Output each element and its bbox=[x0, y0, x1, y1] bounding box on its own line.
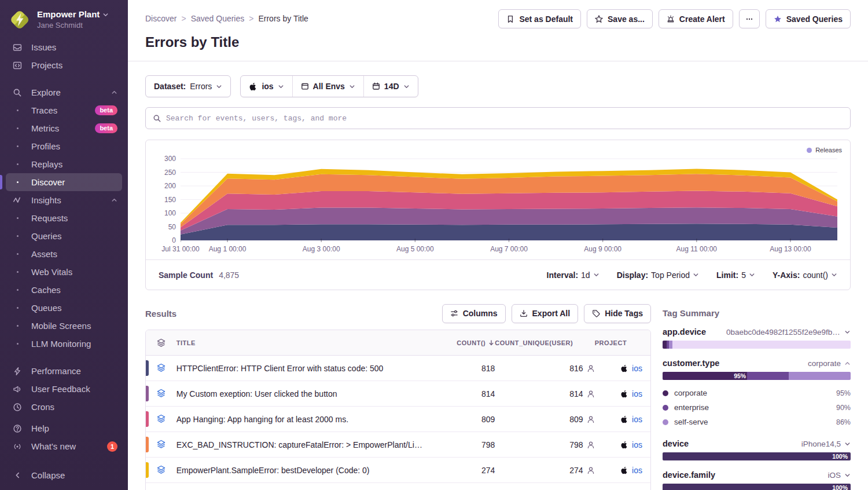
error-title[interactable]: My Custom exeption: User clicked the but… bbox=[176, 389, 425, 398]
apple-icon bbox=[620, 390, 628, 398]
chart-footer: Sample Count 4,875 Interval: 1d Display:… bbox=[146, 259, 850, 290]
sidebar-item-assets[interactable]: Assets bbox=[6, 245, 122, 263]
header-actions: Set as Default Save as... Create Alert S… bbox=[498, 9, 851, 28]
tag-expand-toggle[interactable]: iOS bbox=[827, 471, 851, 480]
project-link[interactable]: ios bbox=[632, 440, 642, 449]
tag-distribution-bar[interactable] bbox=[663, 341, 851, 349]
tag-distribution-bar[interactable]: 95% bbox=[663, 372, 851, 380]
column-header-count[interactable]: COUNT() bbox=[429, 330, 495, 356]
bullet-icon bbox=[10, 109, 24, 111]
environment-filter[interactable]: All Envs bbox=[292, 76, 363, 97]
clock-icon bbox=[10, 403, 24, 412]
table-row[interactable]: My Custom exeption: User clicked the but… bbox=[146, 381, 650, 407]
chevron-down-icon bbox=[349, 83, 355, 90]
table-row[interactable]: HTTPClientError: HTTP Client Error with … bbox=[146, 356, 650, 381]
sidebar-item-queues[interactable]: Queues bbox=[6, 299, 122, 317]
page-filter-bar: ios All Envs 14D bbox=[240, 75, 418, 97]
y-axis-dropdown[interactable]: Y-Axis: count() bbox=[773, 270, 837, 280]
bullet-icon bbox=[10, 289, 24, 291]
set-as-default-button[interactable]: Set as Default bbox=[498, 9, 581, 28]
legend-dot bbox=[663, 405, 668, 411]
tag-expand-toggle[interactable]: 0baebc0de4982f1255f2e9e9fb7… bbox=[726, 328, 851, 337]
chevron-down-icon bbox=[102, 12, 109, 18]
sidebar-item-crons[interactable]: Crons bbox=[6, 398, 122, 416]
table-row[interactable]: EmpowerPlant.SampleError: bestDeveloper … bbox=[146, 458, 650, 483]
sidebar-item-help[interactable]: Help bbox=[6, 419, 122, 437]
x-axis-labels: Jul 31 00:00Aug 1 00:00Aug 3 00:00Aug 5 … bbox=[181, 243, 837, 256]
export-all-button[interactable]: Export All bbox=[512, 304, 579, 323]
tag-distribution-bar[interactable]: 100% bbox=[663, 484, 851, 490]
search-input[interactable] bbox=[166, 114, 843, 123]
sidebar-item-llm-monitoring[interactable]: LLM Monitoring bbox=[6, 335, 122, 353]
sidebar-item-caches[interactable]: Caches bbox=[6, 281, 122, 299]
sidebar-item-performance[interactable]: Performance bbox=[6, 362, 122, 380]
stacked-area-chart[interactable]: 050100150200250300 bbox=[181, 155, 837, 242]
table-row[interactable]: EXC_BAD_INSTRUCTION: captureFatalError: … bbox=[146, 432, 650, 458]
releases-legend-label: Releases bbox=[815, 147, 842, 153]
save-as-button[interactable]: Save as... bbox=[587, 9, 653, 28]
unique-count-value: 814 bbox=[569, 389, 583, 398]
tag-expand-toggle[interactable]: iPhone14,5 bbox=[801, 440, 851, 448]
column-header-title[interactable]: TITLE bbox=[176, 330, 429, 356]
sidebar-item-insights[interactable]: Insights bbox=[6, 191, 122, 209]
sidebar-collapse-button[interactable]: Collapse bbox=[6, 466, 122, 484]
chevron-down-icon bbox=[593, 272, 599, 278]
columns-button[interactable]: Columns bbox=[442, 304, 506, 323]
sidebar-item-whats-new[interactable]: What's new 1 bbox=[6, 437, 122, 455]
series-color-chip bbox=[146, 462, 149, 478]
sidebar-item-projects[interactable]: Projects bbox=[6, 56, 122, 74]
dataset-dropdown[interactable]: Dataset: Errors bbox=[145, 75, 231, 97]
sidebar-item-traces[interactable]: Traces beta bbox=[6, 101, 122, 119]
project-link[interactable]: ios bbox=[632, 466, 642, 475]
interval-dropdown[interactable]: Interval: 1d bbox=[547, 270, 599, 280]
org-switcher[interactable]: Empower Plant Jane Schmidt bbox=[0, 0, 128, 38]
project-link[interactable]: ios bbox=[632, 389, 642, 398]
breadcrumb-saved-queries[interactable]: Saved Queries bbox=[191, 14, 245, 23]
breadcrumb-discover[interactable]: Discover bbox=[145, 14, 176, 23]
sidebar-item-requests[interactable]: Requests bbox=[6, 209, 122, 227]
tag-expand-toggle[interactable]: corporate bbox=[808, 359, 851, 368]
sidebar-item-metrics[interactable]: Metrics beta bbox=[6, 119, 122, 137]
chart-legend[interactable]: Releases bbox=[154, 145, 842, 155]
saved-queries-button[interactable]: Saved Queries bbox=[766, 9, 851, 28]
sidebar-item-discover[interactable]: Discover bbox=[6, 173, 122, 191]
beta-badge: beta bbox=[95, 123, 117, 133]
table-row[interactable]: App Hanging: App hanging for at least 20… bbox=[146, 407, 650, 432]
project-link[interactable]: ios bbox=[632, 364, 642, 373]
error-title[interactable]: App Hanging: App hanging for at least 20… bbox=[176, 415, 425, 424]
hide-tags-button[interactable]: Hide Tags bbox=[584, 304, 651, 323]
limit-dropdown[interactable]: Limit: 5 bbox=[716, 270, 755, 280]
project-filter[interactable]: ios bbox=[241, 76, 292, 97]
legend-dot bbox=[663, 419, 668, 425]
sidebar-item-web-vitals[interactable]: Web Vitals bbox=[6, 263, 122, 281]
create-alert-button[interactable]: Create Alert bbox=[659, 9, 733, 28]
sidebar-item-profiles[interactable]: Profiles bbox=[6, 137, 122, 155]
more-options-button[interactable] bbox=[739, 9, 760, 28]
chevron-down-icon bbox=[693, 272, 699, 278]
y-axis-labels: 050100150200250300 bbox=[154, 155, 176, 242]
tag-legend-item[interactable]: corporate 95% bbox=[663, 386, 851, 400]
display-dropdown[interactable]: Display: Top Period bbox=[617, 270, 699, 280]
error-title[interactable]: EXC_BAD_INSTRUCTION: captureFatalError: … bbox=[176, 440, 425, 449]
bullet-icon bbox=[10, 145, 24, 147]
user-icon bbox=[587, 466, 595, 474]
sidebar-item-replays[interactable]: Replays bbox=[6, 155, 122, 173]
tag-legend-item[interactable]: enterprise 90% bbox=[663, 400, 851, 415]
project-link[interactable]: ios bbox=[632, 415, 642, 424]
date-range-filter[interactable]: 14D bbox=[363, 76, 418, 97]
sidebar-item-mobile-screens[interactable]: Mobile Screens bbox=[6, 317, 122, 335]
column-header-project[interactable]: PROJECT bbox=[595, 330, 650, 356]
tag-distribution-bar[interactable]: 100% bbox=[663, 452, 851, 460]
unique-count-value: 798 bbox=[569, 440, 583, 449]
releases-legend-dot bbox=[807, 148, 812, 153]
column-header-count-unique[interactable]: COUNT_UNIQUE(USER) bbox=[495, 330, 594, 356]
table-row[interactable]: EmpowerPlant.SampleError: happyCustomer … bbox=[146, 483, 650, 490]
sidebar: Empower Plant Jane Schmidt Issues Projec… bbox=[0, 0, 128, 490]
sidebar-item-queries[interactable]: Queries bbox=[6, 227, 122, 245]
sidebar-item-explore[interactable]: Explore bbox=[6, 83, 122, 101]
sidebar-item-user-feedback[interactable]: User Feedback bbox=[6, 380, 122, 398]
sidebar-item-issues[interactable]: Issues bbox=[6, 38, 122, 56]
error-title[interactable]: EmpowerPlant.SampleError: bestDeveloper … bbox=[176, 466, 425, 475]
error-title[interactable]: HTTPClientError: HTTP Client Error with … bbox=[176, 364, 425, 373]
tag-legend-item[interactable]: self-serve 86% bbox=[663, 415, 851, 429]
